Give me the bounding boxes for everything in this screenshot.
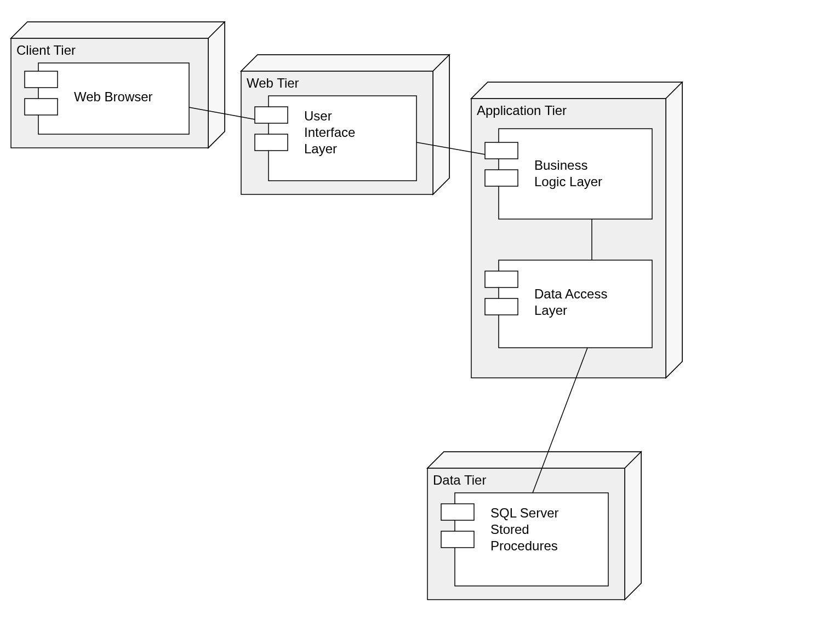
svg-marker-16 xyxy=(666,82,682,378)
svg-marker-2 xyxy=(208,22,225,148)
svg-rect-19 xyxy=(485,142,518,159)
component-sql: SQL Server Stored Procedures xyxy=(441,493,608,586)
node-client-tier-label: Client Tier xyxy=(16,43,76,58)
deployment-diagram: Client Tier Web Browser Web Tier User In… xyxy=(0,0,822,644)
svg-marker-15 xyxy=(471,82,682,99)
svg-rect-22 xyxy=(485,271,518,288)
component-web-browser-label: Web Browser xyxy=(74,89,153,104)
component-data-access-label-2: Layer xyxy=(534,303,567,318)
component-ui-layer-label-1: User xyxy=(304,108,332,123)
svg-marker-26 xyxy=(625,452,641,600)
component-ui-layer: User Interface Layer xyxy=(255,96,416,181)
node-web-tier: Web Tier User Interface Layer xyxy=(241,55,449,194)
component-business-logic: Business Logic Layer xyxy=(485,129,652,219)
svg-marker-1 xyxy=(11,22,225,38)
component-ui-layer-label-2: Interface xyxy=(304,125,355,140)
component-ui-layer-label-3: Layer xyxy=(304,141,337,156)
node-client-tier: Client Tier Web Browser xyxy=(11,22,225,148)
svg-rect-5 xyxy=(25,71,58,88)
svg-marker-9 xyxy=(433,55,449,194)
svg-marker-8 xyxy=(241,55,449,71)
component-sql-label-3: Procedures xyxy=(490,538,558,553)
component-sql-label-1: SQL Server xyxy=(490,505,559,520)
svg-rect-30 xyxy=(441,531,474,548)
component-sql-label-2: Stored xyxy=(490,522,529,537)
svg-rect-6 xyxy=(25,99,58,115)
component-business-logic-label-1: Business xyxy=(534,158,587,173)
svg-rect-13 xyxy=(255,134,288,151)
component-business-logic-label-2: Logic Layer xyxy=(534,174,602,189)
svg-rect-20 xyxy=(485,170,518,186)
node-application-tier: Application Tier Business Logic Layer Da… xyxy=(471,82,682,378)
node-application-tier-label: Application Tier xyxy=(477,103,567,118)
svg-rect-23 xyxy=(485,298,518,315)
node-data-tier-label: Data Tier xyxy=(433,473,486,487)
svg-marker-25 xyxy=(427,452,641,468)
component-data-access-label-1: Data Access xyxy=(534,286,607,301)
svg-rect-21 xyxy=(499,260,652,348)
svg-rect-12 xyxy=(255,107,288,123)
component-data-access: Data Access Layer xyxy=(485,260,652,348)
svg-rect-29 xyxy=(441,504,474,520)
component-web-browser: Web Browser xyxy=(25,63,189,134)
node-web-tier-label: Web Tier xyxy=(247,76,299,90)
node-data-tier: Data Tier SQL Server Stored Procedures xyxy=(427,452,641,600)
